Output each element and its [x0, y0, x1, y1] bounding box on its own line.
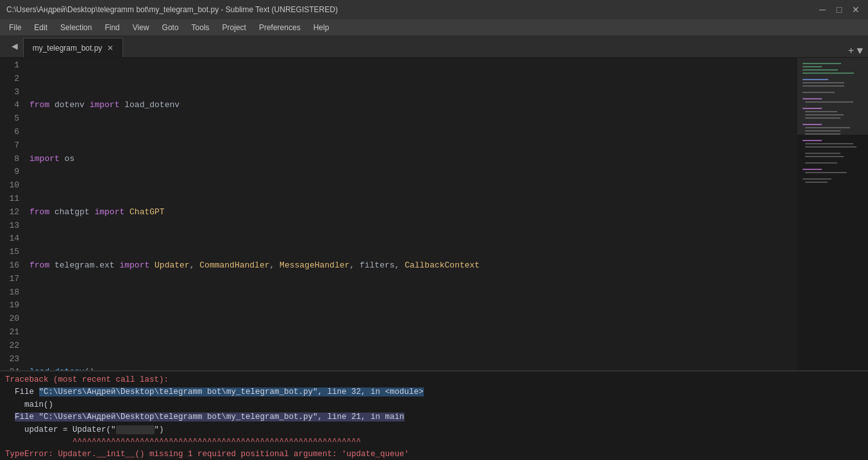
- terminal-line-5: updater = Updater(" "): [5, 424, 863, 436]
- tab-filename: my_telegram_bot.py: [33, 44, 103, 53]
- menu-find[interactable]: Find: [98, 22, 126, 33]
- svg-rect-18: [803, 140, 822, 141]
- menu-selection[interactable]: Selection: [54, 22, 98, 33]
- code-line-2: import os: [27, 153, 797, 166]
- titlebar: C:\Users\Андрей\Desktop\telegramm bot\my…: [0, 0, 868, 19]
- menu-view[interactable]: View: [126, 22, 156, 33]
- svg-rect-24: [803, 169, 822, 170]
- menu-project[interactable]: Project: [216, 22, 253, 33]
- terminal-panel: Traceback (most recent call last): File …: [0, 370, 868, 460]
- maximize-button[interactable]: □: [833, 4, 845, 15]
- code-line-3: from chatgpt import ChatGPT: [27, 206, 797, 219]
- code-line-6: load_dotenv(): [27, 366, 797, 370]
- terminal-line-6: ^^^^^^^^^^^^^^^^^^^^^^^^^^^^^^^^^^^^^^^^…: [5, 436, 863, 448]
- code-line-5: [27, 312, 797, 326]
- new-tab-icon[interactable]: +: [848, 46, 855, 57]
- editor-area: 1 2 3 4 5 6 7 8 9 10 11 12 13 14 15 16 1: [0, 58, 868, 370]
- terminal-line-1: Traceback (most recent call last):: [5, 374, 863, 386]
- svg-rect-27: [805, 182, 828, 183]
- svg-rect-19: [805, 143, 853, 144]
- tab-nav-left[interactable]: ◀: [6, 35, 23, 57]
- menubar: File Edit Selection Find View Goto Tools…: [0, 19, 868, 35]
- menu-tools[interactable]: Tools: [185, 22, 216, 33]
- tab-file[interactable]: my_telegram_bot.py ✕: [23, 38, 124, 57]
- menu-preferences[interactable]: Preferences: [253, 22, 307, 33]
- tab-menu-icon[interactable]: ▼: [856, 46, 863, 57]
- terminal-line-2: File "C:\Users\Андрей\Desktop\telegramm …: [5, 386, 863, 398]
- tab-close-button[interactable]: ✕: [107, 44, 113, 53]
- code-content: from dotenv import load_dotenv import os…: [27, 58, 797, 370]
- code-container: 1 2 3 4 5 6 7 8 9 10 11 12 13 14 15 16 1: [0, 58, 797, 370]
- minimap-viewport: [797, 58, 868, 135]
- minimap: [797, 58, 868, 370]
- tabbar: ◀ my_telegram_bot.py ✕ + ▼: [0, 35, 868, 58]
- menu-help[interactable]: Help: [307, 22, 336, 33]
- svg-rect-21: [805, 153, 840, 154]
- terminal-line-7: TypeError: Updater.__init__() missing 1 …: [5, 448, 863, 460]
- editor[interactable]: 1 2 3 4 5 6 7 8 9 10 11 12 13 14 15 16 1: [0, 58, 797, 370]
- minimize-button[interactable]: ─: [817, 4, 828, 15]
- menu-edit[interactable]: Edit: [28, 22, 54, 33]
- code-line-1: from dotenv import load_dotenv: [27, 99, 797, 112]
- svg-rect-20: [805, 146, 856, 148]
- line-numbers: 1 2 3 4 5 6 7 8 9 10 11 12 13 14 15 16 1: [0, 58, 27, 370]
- svg-rect-22: [805, 156, 844, 157]
- menu-file[interactable]: File: [3, 22, 28, 33]
- terminal-line-4: File "C:\Users\Андрей\Desktop\telegramm …: [5, 411, 863, 423]
- svg-rect-23: [805, 162, 837, 164]
- menu-goto[interactable]: Goto: [156, 22, 185, 33]
- window-title: C:\Users\Андрей\Desktop\telegramm bot\my…: [6, 5, 817, 14]
- window-controls: ─ □ ✕: [817, 4, 862, 15]
- tab-actions: + ▼: [848, 46, 868, 57]
- terminal-line-3: main(): [5, 399, 863, 411]
- close-button[interactable]: ✕: [850, 4, 862, 15]
- code-line-4: from telegram.ext import Updater, Comman…: [27, 259, 797, 273]
- svg-rect-26: [803, 178, 831, 180]
- main-content: 1 2 3 4 5 6 7 8 9 10 11 12 13 14 15 16 1: [0, 58, 868, 460]
- svg-rect-25: [805, 172, 847, 173]
